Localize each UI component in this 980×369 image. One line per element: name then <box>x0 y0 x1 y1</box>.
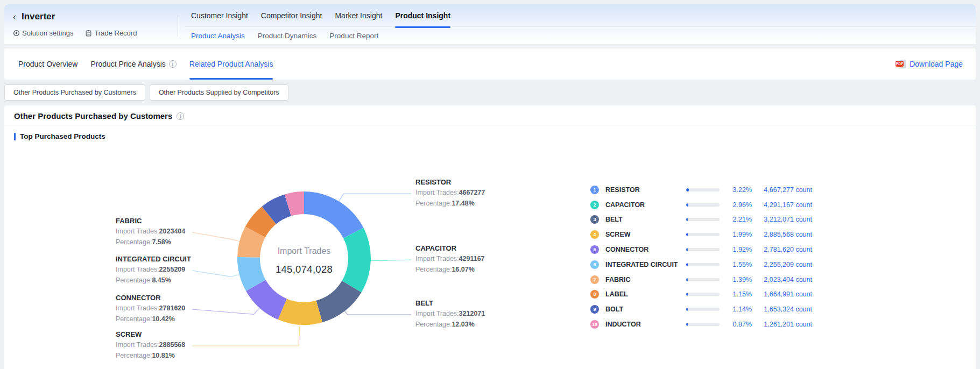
share-bar <box>686 263 720 266</box>
solution-settings-button[interactable]: Solution settings <box>13 29 73 37</box>
tab-competitor-insight[interactable]: Competitor Insight <box>255 4 329 27</box>
filter-button-other-products-supplied-by-competitors[interactable]: Other Products Supplied by Competitors <box>150 84 288 101</box>
back-button[interactable]: ‹ <box>13 12 16 22</box>
tab-product-insight[interactable]: Product Insight <box>389 4 457 27</box>
callout-trades: Import Trades:4667277 <box>415 187 485 198</box>
trade-count: 1,261,201 count <box>752 321 812 328</box>
legend-name: BELT <box>605 216 686 223</box>
legend-row-integrated-circuit[interactable]: 6INTEGRATED CIRCUIT1.55%2,255,209 count <box>590 257 812 272</box>
legend-name: BOLT <box>605 306 686 313</box>
filter-button-other-products-purchased-by-customers[interactable]: Other Products Purchased by Customers <box>4 84 145 101</box>
callout-name: CAPACITOR <box>415 244 485 253</box>
share-bar <box>686 323 720 326</box>
download-page-label: Download Page <box>910 60 963 68</box>
leader-line-resistor <box>339 194 411 201</box>
share-bar <box>686 188 720 191</box>
callout-name: BELT <box>415 299 485 308</box>
callout-name: CONNECTOR <box>116 293 185 303</box>
leader-line-connector <box>192 308 259 314</box>
rank-badge: 10 <box>590 320 599 329</box>
share-bar <box>686 218 720 221</box>
callout-connector: CONNECTORImport Trades:2781620Percentage… <box>116 293 185 324</box>
legend-row-capacitor[interactable]: 2CAPACITOR2.96%4,291,167 count <box>590 197 812 212</box>
trade-count: 4,291,167 count <box>752 201 812 209</box>
analysis-toolbar: Product OverviewProduct Price AnalysisiR… <box>4 48 976 80</box>
trade-count: 1,664,991 count <box>752 290 812 298</box>
legend-name: INTEGRATED CIRCUIT <box>605 261 686 268</box>
legend-name: CAPACITOR <box>605 201 686 209</box>
subtab-product-report[interactable]: Product Report <box>323 32 385 40</box>
share-bar <box>686 203 720 207</box>
rank-badge: 3 <box>590 215 599 224</box>
legend-row-bolt[interactable]: 9BOLT1.14%1,653,324 count <box>590 302 812 317</box>
trade-count: 4,667,277 count <box>752 186 812 194</box>
share-percent: 1.15% <box>720 290 752 298</box>
rank-badge: 8 <box>590 290 599 299</box>
pdf-icon: PDF <box>896 60 906 68</box>
legend-name: LABEL <box>605 290 686 298</box>
tab-market-insight-label: Market Insight <box>335 11 382 20</box>
legend-row-screw[interactable]: 4SCREW1.99%2,885,568 count <box>590 227 812 242</box>
info-icon[interactable]: i <box>169 60 177 68</box>
legend-row-belt[interactable]: 3BELT2.21%3,212,071 count <box>590 212 812 228</box>
rank-badge: 4 <box>590 230 599 239</box>
leader-line-integrated-circuit <box>192 271 239 276</box>
subtab-product-analysis[interactable]: Product Analysis <box>185 32 251 40</box>
share-percent: 0.87% <box>720 321 752 328</box>
header-tabs: Customer InsightCompetitor InsightMarket… <box>185 4 976 44</box>
analysis-tab-product-price-analysis[interactable]: Product Price Analysisi <box>84 48 182 80</box>
leader-line-screw <box>192 325 300 346</box>
callout-capacitor: CAPACITORImport Trades:4291167Percentage… <box>415 244 485 275</box>
legend-row-connector[interactable]: 5CONNECTOR1.92%2,781,620 count <box>590 242 812 257</box>
chart-legend: 1RESISTOR3.22%4,667,277 count2CAPACITOR2… <box>590 182 812 332</box>
analysis-tab-related-product-analysis[interactable]: Related Product Analysis <box>183 48 280 80</box>
callout-percentage: Percentage:8.45% <box>116 275 191 286</box>
rank-badge: 2 <box>590 201 599 209</box>
callout-trades: Import Trades:3212071 <box>415 308 485 319</box>
trade-count: 2,781,620 count <box>752 246 812 253</box>
callout-belt: BELTImport Trades:3212071Percentage:12.0… <box>415 299 485 330</box>
filter-buttons: Other Products Purchased by CustomersOth… <box>4 84 288 101</box>
center-label-value: 145,074,028 <box>250 264 358 275</box>
share-bar <box>686 278 720 281</box>
trade-record-button[interactable]: Trade Record <box>85 29 137 37</box>
leader-line-belt <box>345 311 411 315</box>
share-percent: 1.39% <box>720 276 752 283</box>
share-percent: 2.21% <box>720 216 752 223</box>
legend-row-inductor[interactable]: 10INDUCTOR0.87%1,261,201 count <box>590 317 812 332</box>
rank-badge: 1 <box>590 186 599 194</box>
legend-row-resistor[interactable]: 1RESISTOR3.22%4,667,277 count <box>590 182 812 197</box>
tab-product-insight-label: Product Insight <box>395 11 450 20</box>
callout-name: SCREW <box>116 330 185 339</box>
legend-name: FABRIC <box>605 276 686 283</box>
analysis-tab-related-product-analysis-label: Related Product Analysis <box>189 60 273 68</box>
share-percent: 1.92% <box>720 246 752 253</box>
analysis-tabs: Product OverviewProduct Price AnalysisiR… <box>12 48 279 80</box>
subtab-product-dynamics[interactable]: Product Dynamics <box>251 32 323 40</box>
chart-region: Import Trades 145,074,028 RESISTORImport… <box>4 105 976 369</box>
callout-percentage: Percentage:10.81% <box>116 350 185 361</box>
donut-slice-resistor[interactable] <box>304 191 363 238</box>
trade-count: 1,653,324 count <box>752 306 812 313</box>
analysis-tab-product-overview[interactable]: Product Overview <box>12 48 84 80</box>
legend-row-label[interactable]: 8LABEL1.15%1,664,991 count <box>590 287 812 302</box>
legend-name: SCREW <box>605 231 686 238</box>
callout-percentage: Percentage:12.03% <box>415 319 485 330</box>
rank-badge: 7 <box>590 275 599 284</box>
share-bar <box>686 248 720 251</box>
callout-name: RESISTOR <box>415 178 485 187</box>
share-percent: 1.99% <box>720 231 752 238</box>
header-left: ‹ Inverter Solution settings <box>13 10 149 39</box>
callout-name: INTEGRATED CIRCUIT <box>116 254 191 264</box>
legend-row-fabric[interactable]: 7FABRIC1.39%2,023,404 count <box>590 272 812 287</box>
rank-badge: 6 <box>590 260 599 269</box>
leader-line-capacitor <box>371 260 411 261</box>
tab-market-insight[interactable]: Market Insight <box>328 4 389 27</box>
share-percent: 3.22% <box>720 186 752 194</box>
solution-settings-label: Solution settings <box>22 29 73 37</box>
callout-percentage: Percentage:17.48% <box>415 198 485 209</box>
insight-tabs: Customer InsightCompetitor InsightMarket… <box>185 4 976 27</box>
donut-center-label: Import Trades 145,074,028 <box>250 246 358 275</box>
download-page-link[interactable]: PDF Download Page <box>896 48 963 80</box>
tab-customer-insight[interactable]: Customer Insight <box>185 4 255 27</box>
